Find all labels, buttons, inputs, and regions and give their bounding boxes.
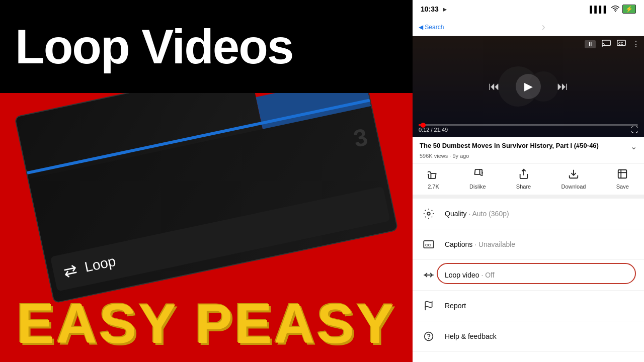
screen-number: 3 bbox=[351, 123, 370, 153]
cast-icon[interactable] bbox=[602, 40, 611, 49]
nav-back-button[interactable]: ◀ Search bbox=[419, 24, 444, 31]
download-icon bbox=[568, 168, 579, 182]
menu-item-captions[interactable]: CC Captions · Unavailable bbox=[413, 229, 644, 260]
status-left: 10:33 ► bbox=[421, 5, 448, 13]
loop-text: Loop bbox=[83, 253, 117, 276]
svg-text:CC: CC bbox=[618, 42, 623, 45]
save-button[interactable]: Save bbox=[616, 168, 629, 190]
help-label: Help & feedback bbox=[445, 332, 497, 340]
video-bg: ⏸ CC ⋮ ⏮ ▶ ⏭ bbox=[413, 36, 644, 137]
device-screen: 202 3 ⇄ Loop bbox=[16, 93, 397, 302]
save-label: Save bbox=[616, 184, 629, 190]
share-button[interactable]: Share bbox=[516, 168, 531, 190]
report-label: Report bbox=[445, 302, 466, 310]
chevron-right-icon: › bbox=[542, 21, 545, 34]
help-icon bbox=[421, 328, 437, 344]
loop-icon: ⇄ bbox=[62, 260, 79, 282]
fullscreen-icon[interactable]: ⛶ bbox=[631, 126, 638, 134]
video-time-row: 0:12 / 21:49 ⛶ bbox=[419, 126, 638, 134]
menu-item-help[interactable]: Help & feedback bbox=[413, 321, 644, 352]
menu-item-quality[interactable]: Quality · Auto (360p) bbox=[413, 199, 644, 229]
action-row: 2.7K Dislike Share Download Save bbox=[413, 163, 644, 199]
left-panel: Loop Videos 202 3 ⇄ bbox=[0, 0, 413, 362]
status-time: 10:33 bbox=[421, 5, 439, 13]
share-label: Share bbox=[516, 184, 531, 190]
loop-video-label: Loop video · Off bbox=[445, 271, 495, 279]
menu-item-report[interactable]: Report bbox=[413, 291, 644, 321]
video-time-current: 0:12 / 21:49 bbox=[419, 127, 448, 133]
device-mockup: 202 3 ⇄ Loop bbox=[14, 93, 398, 304]
top-bar: Loop Videos bbox=[0, 0, 413, 93]
video-player[interactable]: ⏸ CC ⋮ ⏮ ▶ ⏭ bbox=[413, 36, 644, 137]
gear-icon bbox=[421, 206, 437, 222]
video-info: The 50 Dumbest Moves in Survivor History… bbox=[413, 137, 644, 163]
status-bar: 10:33 ► ▌▌▌▌ ⚡ bbox=[413, 0, 644, 18]
like-count: 2.7K bbox=[428, 184, 439, 190]
subtitles-icon[interactable]: CC bbox=[617, 40, 626, 49]
loop-video-icon bbox=[421, 267, 437, 283]
svg-point-8 bbox=[427, 212, 430, 215]
nav-forward-btn[interactable]: › bbox=[449, 21, 638, 34]
download-label: Download bbox=[561, 184, 586, 190]
signal-icon: ▌▌▌▌ bbox=[590, 6, 608, 13]
chevron-down-icon[interactable]: ⌄ bbox=[630, 142, 637, 151]
captions-icon: CC bbox=[421, 236, 437, 252]
play-controls-center[interactable]: ⏮ ▶ ⏭ bbox=[489, 74, 568, 99]
status-right: ▌▌▌▌ ⚡ bbox=[590, 5, 636, 14]
captions-label: Captions · Unavailable bbox=[445, 240, 515, 248]
video-controls-top[interactable]: ⏸ CC ⋮ bbox=[585, 39, 640, 49]
save-icon bbox=[617, 168, 628, 182]
red-area: 202 3 ⇄ Loop EASY PEASY bbox=[0, 93, 413, 362]
svg-text:CC: CC bbox=[425, 243, 431, 247]
like-button[interactable]: 2.7K bbox=[428, 168, 439, 190]
dislike-button[interactable]: Dislike bbox=[469, 168, 486, 190]
skip-forward-button[interactable]: ⏭ bbox=[557, 80, 568, 93]
video-age: 9y ago bbox=[452, 153, 469, 159]
location-icon: ► bbox=[442, 6, 448, 13]
svg-point-2 bbox=[602, 45, 603, 46]
like-icon bbox=[428, 168, 439, 182]
video-title-row: The 50 Dumbest Moves in Survivor History… bbox=[420, 142, 637, 151]
more-options-icon[interactable]: ⋮ bbox=[632, 39, 640, 49]
video-views: 596K views bbox=[420, 153, 448, 159]
nav-bar[interactable]: ◀ Search › bbox=[413, 18, 644, 36]
dislike-icon bbox=[472, 168, 483, 182]
quality-label: Quality · Auto (360p) bbox=[445, 210, 509, 218]
menu-item-loop[interactable]: Loop video · Off bbox=[413, 260, 644, 291]
play-button[interactable]: ▶ bbox=[516, 74, 541, 99]
flag-icon bbox=[421, 298, 437, 314]
main-title: Loop Videos bbox=[15, 23, 293, 71]
wifi-icon bbox=[611, 6, 619, 13]
video-title: The 50 Dumbest Moves in Survivor History… bbox=[420, 142, 626, 150]
pause-button[interactable]: ⏸ bbox=[585, 40, 596, 48]
easy-peasy-text: EASY PEASY bbox=[0, 296, 413, 352]
share-icon bbox=[518, 168, 529, 182]
video-meta: 596K views · 9y ago bbox=[420, 153, 637, 159]
download-button[interactable]: Download bbox=[561, 168, 586, 190]
battery-icon: ⚡ bbox=[622, 5, 636, 14]
skip-back-button[interactable]: ⏮ bbox=[489, 80, 500, 93]
svg-rect-5 bbox=[618, 170, 627, 178]
menu-list: Quality · Auto (360p) CC Captions · Unav… bbox=[413, 199, 644, 362]
dislike-label: Dislike bbox=[469, 184, 486, 190]
right-panel: 10:33 ► ▌▌▌▌ ⚡ ◀ Search › bbox=[413, 0, 644, 362]
svg-point-0 bbox=[615, 11, 616, 12]
